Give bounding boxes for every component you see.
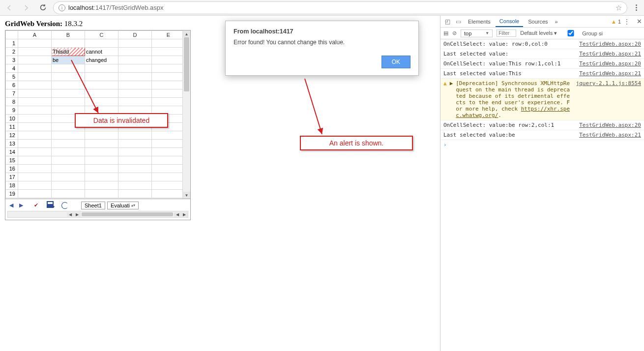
console-source-link[interactable]: TestGridWeb.aspx:21 [579, 70, 641, 77]
grid-cell[interactable] [118, 81, 152, 89]
grid-cell[interactable] [118, 140, 152, 148]
grid-cell[interactable] [52, 81, 85, 89]
grid-cell[interactable] [118, 131, 152, 140]
grid-cell[interactable] [85, 181, 118, 190]
grid-cell[interactable] [18, 181, 52, 190]
row-header[interactable]: 12 [6, 131, 18, 140]
console-link[interactable]: https://xhr.spec.whatwg.org/ [456, 106, 570, 118]
row-header[interactable]: 13 [6, 140, 18, 148]
col-header[interactable]: D [118, 31, 152, 39]
grid-cell[interactable] [18, 131, 52, 140]
tab-elements[interactable]: Elements [464, 17, 495, 27]
grid-cell[interactable]: cannot [85, 48, 118, 56]
grid-cell[interactable] [152, 73, 183, 81]
tab-sources[interactable]: Sources [524, 17, 552, 27]
grid-cell[interactable] [18, 106, 52, 115]
grid-cell[interactable] [118, 98, 152, 106]
row-header[interactable]: 11 [6, 123, 18, 131]
grid-cell[interactable] [152, 190, 183, 198]
context-selector[interactable]: top▼ [461, 29, 493, 37]
grid-cell[interactable] [118, 156, 152, 165]
col-header[interactable]: B [52, 31, 85, 39]
grid-cell[interactable] [152, 48, 183, 56]
row-header[interactable]: 15 [6, 156, 18, 165]
site-info-icon[interactable]: i [59, 4, 65, 11]
console-source-link[interactable]: jquery-2.1.1.js:8554 [576, 80, 641, 87]
tab-more[interactable]: » [555, 19, 558, 25]
grid-cell[interactable] [18, 98, 52, 106]
grid-cell[interactable] [52, 131, 85, 140]
devtools-menu-icon[interactable]: ⋮ [622, 18, 632, 25]
console-source-link[interactable]: TestGridWeb.aspx:20 [579, 41, 641, 47]
row-header[interactable]: 4 [6, 64, 18, 73]
grid-vertical-scrollbar[interactable]: ▲ ▼ [182, 30, 190, 199]
grid-cell[interactable] [152, 64, 183, 73]
grid-cell[interactable] [152, 148, 183, 156]
grid-cell[interactable] [85, 148, 118, 156]
grid-cell[interactable] [52, 165, 85, 173]
device-toggle-icon[interactable]: ▭ [453, 18, 463, 25]
grid-cell[interactable] [118, 89, 152, 98]
grid-cell[interactable] [118, 48, 152, 56]
row-header[interactable]: 1 [6, 39, 18, 48]
console-log-body[interactable]: OnCellSelect: value: row:0,col:0TestGrid… [440, 39, 644, 351]
grid-cell[interactable] [152, 39, 183, 48]
address-bar[interactable]: i localhost:1417/TestGridWeb.aspx ☆ [53, 1, 627, 14]
nav-next-icon[interactable]: ▶ [17, 202, 25, 209]
log-levels-selector[interactable]: Default levels ▾ [520, 30, 557, 36]
inspect-icon[interactable]: ◰ [442, 18, 452, 25]
grid-cell[interactable] [18, 190, 52, 198]
sheet-tab-evaluation[interactable]: Evaluati▴▾ [107, 202, 139, 209]
grid-cell[interactable] [18, 39, 52, 48]
console-source-link[interactable]: TestGridWeb.aspx:21 [579, 51, 641, 57]
row-header[interactable]: 2 [6, 48, 18, 56]
grid-cell[interactable] [52, 181, 85, 190]
commit-icon[interactable]: ✔ [32, 202, 40, 209]
reload-button[interactable] [36, 1, 49, 14]
grid-cell[interactable] [118, 165, 152, 173]
grid-cell[interactable] [152, 181, 183, 190]
sheet-tab-sheet1[interactable]: Sheet1 [81, 202, 105, 209]
clear-console-icon[interactable]: ⊘ [452, 30, 457, 36]
grid-cell[interactable]: Thisdd [52, 48, 85, 56]
grid-cell[interactable] [18, 165, 52, 173]
nav-forward-button[interactable] [20, 1, 32, 14]
grid-cell[interactable] [152, 165, 183, 173]
grid-cell[interactable] [18, 48, 52, 56]
grid-cell[interactable] [152, 81, 183, 89]
grid-cell[interactable]: be [52, 56, 85, 64]
nav-first-icon[interactable]: ◀ [7, 202, 15, 209]
grid-cell[interactable] [85, 39, 118, 48]
grid-cell[interactable] [118, 39, 152, 48]
grid-cell[interactable]: changed [85, 56, 118, 64]
console-filter-input[interactable] [497, 29, 516, 37]
browser-menu-button[interactable] [631, 4, 641, 11]
grid-cell[interactable] [85, 81, 118, 89]
grid-cell[interactable] [52, 73, 85, 81]
grid-cell[interactable] [152, 173, 183, 181]
grid-cell[interactable] [85, 89, 118, 98]
grid-cell[interactable] [18, 64, 52, 73]
row-header[interactable]: 17 [6, 173, 18, 181]
scroll-down-button[interactable]: ▼ [183, 192, 190, 199]
grid-cell[interactable] [52, 190, 85, 198]
grid-cell[interactable] [85, 190, 118, 198]
row-header[interactable]: 5 [6, 73, 18, 81]
refresh-icon[interactable] [61, 202, 68, 209]
grid-cell[interactable] [118, 64, 152, 73]
devtools-close-icon[interactable]: ✕ [637, 18, 642, 25]
save-icon[interactable]: ▾ [47, 201, 55, 209]
console-sidebar-toggle-icon[interactable]: ▤ [443, 30, 448, 36]
tab-console[interactable]: Console [496, 16, 523, 27]
grid-cell[interactable] [18, 115, 52, 123]
grid-cell[interactable] [18, 73, 52, 81]
grid-cell[interactable] [18, 140, 52, 148]
grid-cell[interactable] [52, 140, 85, 148]
scroll-up-button[interactable]: ▲ [183, 30, 190, 37]
row-header[interactable]: 7 [6, 89, 18, 98]
grid-cell[interactable] [118, 148, 152, 156]
row-header[interactable]: 9 [6, 106, 18, 115]
grid-cell[interactable] [85, 98, 118, 106]
row-header[interactable]: 16 [6, 165, 18, 173]
grid-cell[interactable] [85, 173, 118, 181]
